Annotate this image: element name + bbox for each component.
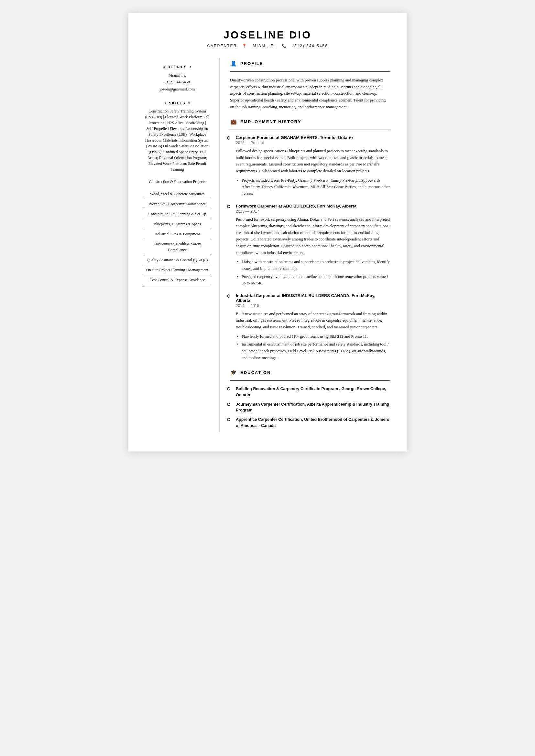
skill-item-0: Construction & Renovation Projects bbox=[145, 177, 210, 186]
skill-item-2: Preventive / Corrective Maintenance bbox=[145, 199, 210, 209]
job-bullets-2: Flawlessly formed and poured 1K+ grout f… bbox=[237, 333, 390, 361]
contact-info: Miami, FL (312) 344-5458 josedi@gmsmail.… bbox=[145, 72, 210, 93]
location: MIAMI, FL bbox=[253, 44, 276, 48]
skill-item-7: Quality Assurance & Control (QA/QC) bbox=[145, 255, 210, 265]
employment-divider bbox=[230, 130, 390, 130]
profile-text: Quality-driven construction professional… bbox=[230, 77, 390, 110]
skills-list: Construction & Renovation ProjectsWood, … bbox=[145, 177, 210, 285]
edu-dot-0 bbox=[227, 387, 230, 391]
job-block-1: Formwork Carpenter at ABC BUILDERS, Fort… bbox=[230, 203, 390, 287]
education-section-title: EDUCATION bbox=[240, 370, 271, 375]
job-bullet-2-1: Instrumental in establishment of job sit… bbox=[237, 341, 390, 361]
job-title: CARPENTER bbox=[207, 44, 237, 48]
education-list: Building Renovation & Carpentry Certific… bbox=[230, 386, 390, 429]
job-bullets-1: Liaised with construction teams and supe… bbox=[237, 258, 390, 287]
phone-icon: 📞 bbox=[282, 44, 287, 48]
job-desc-0: Followed design specifications / bluepri… bbox=[236, 148, 390, 175]
job-dates-1: 2015 — 2017 bbox=[236, 209, 390, 214]
contact-city: Miami, FL bbox=[145, 72, 210, 79]
skill-item-6: Environment, Health & Safety Compliance bbox=[145, 239, 210, 255]
job-dates-2: 2014 — 2015 bbox=[236, 304, 390, 308]
skills-intro: Construction Safety Training System (CST… bbox=[145, 108, 210, 172]
contact-phone: (312) 344-5458 bbox=[145, 79, 210, 86]
profile-section-title: PROFILE bbox=[240, 61, 263, 66]
skill-item-4: Blueprints, Diagrams & Specs bbox=[145, 219, 210, 229]
skill-item-1: Wood, Steel & Concrete Structures bbox=[145, 189, 210, 199]
main-content: 👤 PROFILE Quality-driven construction pr… bbox=[219, 58, 390, 432]
job-bullet-1-0: Liaised with construction teams and supe… bbox=[237, 258, 390, 272]
job-block-0: Carpenter Foreman at GRAHAM EVENTS, Toro… bbox=[230, 135, 390, 197]
header-subtitle: CARPENTER 📍 MIAMI, FL 📞 (312) 344-5458 bbox=[145, 44, 390, 48]
profile-icon: 👤 bbox=[230, 60, 237, 67]
contact-email: josedi@gmsmail.com bbox=[145, 86, 210, 93]
edu-block-1: Journeyman Carpenter Certification, Albe… bbox=[230, 401, 390, 414]
job-bullet-1-1: Provided carpentry oversight and met tim… bbox=[237, 273, 390, 287]
sidebar: DETAILS Miami, FL (312) 344-5458 josedi@… bbox=[145, 58, 219, 432]
skill-item-5: Industrial Sites & Equipment bbox=[145, 229, 210, 239]
education-section-header: 🎓 EDUCATION bbox=[230, 369, 390, 376]
edu-title-2: Apprentice Carpenter Certification, Unit… bbox=[236, 417, 390, 429]
job-desc-2: Built new structures and performed an ar… bbox=[236, 310, 390, 331]
job-title-2: Industrial Carpenter at INDUSTRIAL BUILD… bbox=[236, 293, 390, 303]
employment-section-title: EMPLOYMENT HISTORY bbox=[240, 119, 301, 124]
job-dot-2 bbox=[227, 294, 230, 298]
skills-section-title: SKILLS bbox=[145, 101, 210, 105]
header-phone: (312) 344-5458 bbox=[293, 44, 328, 48]
job-bullet-0-0: Projects included Oscar Pre-Party, Gramm… bbox=[237, 177, 390, 197]
skill-item-8: On-Site Project Planning / Management bbox=[145, 265, 210, 275]
edu-block-0: Building Renovation & Carpentry Certific… bbox=[230, 386, 390, 398]
job-dot-0 bbox=[227, 136, 230, 140]
dot-right2 bbox=[188, 102, 190, 104]
job-desc-1: Performed formwork carpentry using Aluma… bbox=[236, 216, 390, 256]
skill-item-9: Cost Control & Expense Avoidance bbox=[145, 275, 210, 285]
job-title-0: Carpenter Foreman at GRAHAM EVENTS, Toro… bbox=[236, 135, 390, 140]
job-dates-0: 2018 — Present bbox=[236, 141, 390, 145]
details-section-title: DETAILS bbox=[145, 65, 210, 69]
resume-header: JOSELINE DIO CARPENTER 📍 MIAMI, FL 📞 (31… bbox=[145, 29, 390, 48]
location-pin-icon: 📍 bbox=[242, 44, 247, 48]
job-dot-1 bbox=[227, 205, 230, 208]
dot-right bbox=[189, 66, 191, 68]
edu-dot-2 bbox=[227, 418, 230, 421]
education-divider bbox=[230, 380, 390, 381]
employment-list: Carpenter Foreman at GRAHAM EVENTS, Toro… bbox=[230, 135, 390, 361]
dot-left bbox=[163, 66, 165, 68]
edu-title-1: Journeyman Carpenter Certification, Albe… bbox=[236, 401, 390, 414]
job-bullets-0: Projects included Oscar Pre-Party, Gramm… bbox=[237, 177, 390, 197]
dot-left2 bbox=[165, 102, 166, 104]
job-block-2: Industrial Carpenter at INDUSTRIAL BUILD… bbox=[230, 293, 390, 361]
candidate-name: JOSELINE DIO bbox=[145, 29, 390, 41]
employment-icon: 💼 bbox=[230, 118, 237, 125]
edu-block-2: Apprentice Carpenter Certification, Unit… bbox=[230, 417, 390, 429]
employment-section-header: 💼 EMPLOYMENT HISTORY bbox=[230, 118, 390, 125]
edu-title-0: Building Renovation & Carpentry Certific… bbox=[236, 386, 390, 398]
education-icon: 🎓 bbox=[230, 369, 237, 376]
job-bullet-2-0: Flawlessly formed and poured 1K+ grout f… bbox=[237, 333, 390, 340]
profile-section-header: 👤 PROFILE bbox=[230, 60, 390, 67]
resume-document: JOSELINE DIO CARPENTER 📍 MIAMI, FL 📞 (31… bbox=[128, 13, 407, 451]
skill-item-3: Construction Site Planning & Set-Up bbox=[145, 209, 210, 219]
edu-dot-1 bbox=[227, 403, 230, 406]
profile-divider bbox=[230, 71, 390, 72]
job-title-1: Formwork Carpenter at ABC BUILDERS, Fort… bbox=[236, 203, 390, 208]
body-layout: DETAILS Miami, FL (312) 344-5458 josedi@… bbox=[145, 58, 390, 432]
